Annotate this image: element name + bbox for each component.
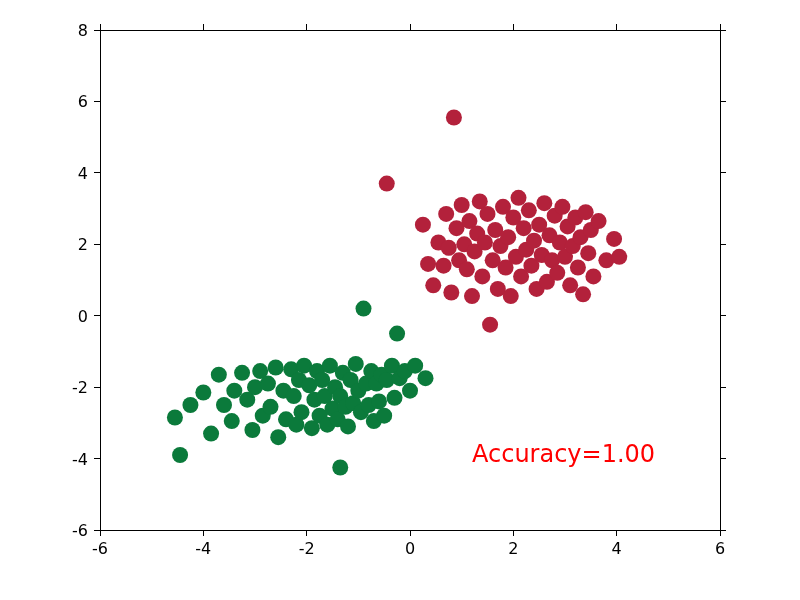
scatter-point xyxy=(379,176,395,192)
y-tick-label: -2 xyxy=(72,378,88,397)
scatter-point xyxy=(260,376,276,392)
scatter-point xyxy=(224,413,240,429)
scatter-point xyxy=(340,418,356,434)
x-tick-label: 4 xyxy=(612,539,622,558)
scatter-point xyxy=(516,220,532,236)
scatter-point xyxy=(441,240,457,256)
scatter-point xyxy=(511,190,527,206)
scatter-point xyxy=(332,460,348,476)
scatter-point xyxy=(585,268,601,284)
scatter-point xyxy=(286,388,302,404)
scatter-point xyxy=(356,301,372,317)
scatter-point xyxy=(521,202,537,218)
scatter-point xyxy=(436,258,452,274)
scatter-point xyxy=(270,429,286,445)
scatter-point xyxy=(570,260,586,276)
y-tick-label: 4 xyxy=(78,164,88,183)
scatter-point xyxy=(575,286,591,302)
y-tick-label: -6 xyxy=(72,521,88,540)
scatter-point xyxy=(480,206,496,222)
scatter-point xyxy=(268,360,284,376)
scatter-point xyxy=(438,206,454,222)
x-tick-label: -2 xyxy=(299,539,315,558)
x-tick-label: -6 xyxy=(92,539,108,558)
scatter-point xyxy=(578,204,594,220)
scatter-point xyxy=(425,277,441,293)
scatter-point xyxy=(216,397,232,413)
y-tick-label: 8 xyxy=(78,21,88,40)
scatter-point xyxy=(446,110,462,126)
scatter-point xyxy=(244,422,260,438)
scatter-point xyxy=(348,356,364,372)
scatter-point xyxy=(549,265,565,281)
scatter-point xyxy=(454,197,470,213)
scatter-point xyxy=(562,277,578,293)
x-tick-label: 6 xyxy=(715,539,725,558)
scatter-point xyxy=(503,288,519,304)
scatter-point xyxy=(211,367,227,383)
scatter-point xyxy=(402,383,418,399)
x-tick-label: -4 xyxy=(195,539,211,558)
scatter-point xyxy=(500,229,516,245)
scatter-point xyxy=(203,426,219,442)
y-tick-label: 2 xyxy=(78,235,88,254)
scatter-point xyxy=(376,408,392,424)
chart-container: -6-4-20246-6-4-202468Accuracy=1.00 xyxy=(0,0,800,600)
scatter-point xyxy=(371,393,387,409)
scatter-point xyxy=(580,245,596,261)
scatter-point xyxy=(536,195,552,211)
scatter-point xyxy=(389,326,405,342)
scatter-point xyxy=(226,383,242,399)
scatter-point xyxy=(195,385,211,401)
x-tick-label: 0 xyxy=(405,539,415,558)
scatter-point xyxy=(443,285,459,301)
scatter-point xyxy=(407,358,423,374)
y-tick-label: -4 xyxy=(72,450,88,469)
scatter-point xyxy=(591,213,607,229)
scatter-chart: -6-4-20246-6-4-202468Accuracy=1.00 xyxy=(0,0,800,600)
scatter-point xyxy=(263,399,279,415)
y-tick-label: 6 xyxy=(78,92,88,111)
scatter-point xyxy=(387,390,403,406)
scatter-point xyxy=(234,365,250,381)
scatter-point xyxy=(172,447,188,463)
scatter-point xyxy=(611,249,627,265)
scatter-point xyxy=(554,199,570,215)
scatter-point xyxy=(526,233,542,249)
accuracy-annotation: Accuracy=1.00 xyxy=(472,440,655,468)
scatter-point xyxy=(418,370,434,386)
scatter-point xyxy=(420,256,436,272)
scatter-point xyxy=(415,217,431,233)
scatter-point xyxy=(167,410,183,426)
y-tick-label: 0 xyxy=(78,307,88,326)
scatter-point xyxy=(459,261,475,277)
scatter-point xyxy=(182,397,198,413)
scatter-point xyxy=(464,288,480,304)
scatter-point xyxy=(474,268,490,284)
scatter-point xyxy=(482,317,498,333)
x-tick-label: 2 xyxy=(508,539,518,558)
scatter-point xyxy=(606,231,622,247)
scatter-point xyxy=(477,235,493,251)
scatter-point xyxy=(294,404,310,420)
